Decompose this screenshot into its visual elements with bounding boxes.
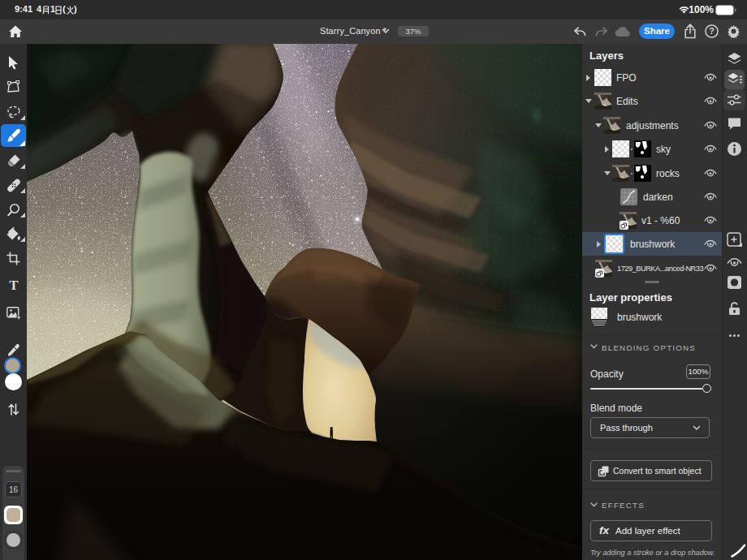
svg-text:?: ? [709,26,714,36]
